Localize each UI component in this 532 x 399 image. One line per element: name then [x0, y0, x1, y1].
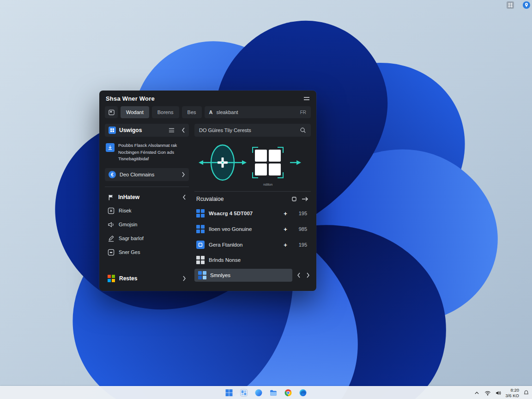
copilot-button[interactable]	[254, 388, 263, 397]
window-icon	[108, 109, 115, 116]
clock[interactable]: 8:20 3/6 KO	[505, 387, 519, 399]
add-button[interactable]: +	[282, 226, 289, 233]
folder-icon	[270, 389, 278, 397]
windows-start-icon	[225, 389, 233, 397]
row-label: Gera Ftanldon	[209, 242, 243, 248]
app-view-button[interactable]	[105, 106, 118, 118]
location-pin-icon[interactable]	[523, 1, 530, 9]
chevron-left-icon	[181, 127, 185, 133]
start-button[interactable]	[225, 388, 234, 397]
right-panel: DO Güires Tliy Cerests	[194, 124, 311, 285]
currency-action-label: Deo Clomnains	[120, 172, 154, 177]
clock-date: 3/6 KO	[505, 393, 519, 399]
left-panel: Uswigos Poubbs Flasck Alsolanmat	[105, 124, 189, 285]
row-value: 195	[293, 211, 307, 216]
edge-button[interactable]	[299, 388, 308, 397]
snap-grid	[255, 150, 281, 175]
display-row[interactable]: Wsacrg 4 5DT007 + 195	[194, 206, 311, 221]
search-icon	[300, 127, 306, 133]
search-input[interactable]: A sleakbant FR	[205, 106, 311, 118]
apps-icon	[109, 127, 116, 134]
list-title: Rcuvalaioe	[196, 196, 224, 202]
speaker-icon	[108, 221, 115, 228]
left-panel-title: Uswigos	[119, 127, 142, 133]
list-header: Rcuvalaioe	[194, 193, 311, 206]
chevron-left-icon[interactable]	[297, 272, 301, 278]
box-icon	[108, 249, 115, 256]
left-panel-header[interactable]: Uswigos	[105, 124, 189, 137]
row-value: 985	[293, 226, 307, 232]
currency-action-row[interactable]: € Deo Clomnains	[105, 168, 189, 181]
taskbar: 8:20 3/6 KO	[0, 386, 532, 399]
euro-icon: €	[109, 171, 116, 178]
pager	[297, 272, 311, 278]
chrome-button[interactable]	[284, 388, 293, 397]
square-icon[interactable]	[291, 196, 297, 202]
sidebar-item-sner-ges[interactable]: Sner Ges	[105, 245, 189, 259]
windows-logo-icon	[108, 275, 115, 282]
search-value: sleakbant	[217, 109, 238, 115]
sidebar-item-label: Sagr barlof	[119, 236, 144, 241]
add-button[interactable]: +	[282, 210, 289, 217]
selected-row[interactable]: Smnlyes	[194, 269, 292, 282]
sidebar-item-label: Sner Ges	[119, 249, 140, 255]
window-menu-button[interactable]	[303, 97, 310, 101]
description-text: Poubbs Flasck Alsolanmat rak Nocbingen F…	[118, 142, 188, 163]
language-a-icon: A	[209, 109, 213, 115]
arrow-right-icon[interactable]	[302, 196, 309, 202]
display-row[interactable]: Brlnds Nonse	[194, 253, 311, 267]
tray-chevron-up-icon[interactable]	[473, 389, 480, 396]
settings-footer-row[interactable]: Restes	[105, 272, 189, 285]
volume-icon[interactable]	[495, 389, 502, 396]
desktop-corner-icons	[507, 1, 530, 9]
nav-section-label: InHatew	[118, 194, 139, 200]
titlebar: Shsa Wner Wore	[99, 91, 316, 106]
arrow-right-icon	[296, 160, 301, 165]
nav-section-header[interactable]: InHatew	[105, 191, 189, 204]
layout-diagram: ndillon	[194, 139, 311, 190]
add-button[interactable]: +	[282, 242, 289, 248]
display-row[interactable]: Gera Ftanldon + 195	[194, 237, 311, 253]
filter-search-bar[interactable]: DO Güires Tliy Cerests	[194, 124, 311, 137]
tab-wodant[interactable]: Wodant	[121, 106, 149, 118]
chevron-left-icon	[182, 194, 186, 200]
app-window: Shsa Wner Wore Wodant Borens Bes A sleak…	[99, 91, 316, 291]
row-label: Brlnds Nonse	[209, 257, 241, 263]
widget-grid-icon[interactable]	[507, 1, 514, 9]
collapse-left-button[interactable]	[181, 127, 185, 133]
flag-icon	[108, 194, 115, 201]
left-divider	[105, 187, 189, 187]
tab-borens[interactable]: Borens	[152, 106, 179, 118]
window-body: Uswigos Poubbs Flasck Alsolanmat	[99, 118, 316, 291]
chevron-right-icon[interactable]	[306, 272, 310, 278]
mosaic-icon	[198, 271, 206, 279]
row-label: Smnlyes	[210, 272, 230, 278]
sidebar-item-label: Gmojsin	[119, 222, 137, 227]
widgets-button[interactable]	[240, 388, 248, 397]
selected-row-container: Smnlyes	[194, 268, 311, 282]
wifi-icon[interactable]	[484, 389, 491, 396]
chevron-right-icon	[182, 276, 186, 281]
panel-menu-button[interactable]	[169, 128, 175, 133]
chevron-right-icon	[181, 172, 185, 177]
sidebar-item-label: Risek	[119, 208, 132, 213]
description-block: Poubbs Flasck Alsolanmat rak Nocbingen F…	[105, 142, 189, 163]
download-icon	[106, 143, 115, 152]
diagram-caption: ndillon	[263, 183, 272, 186]
row-label: Iloen veo Gonuine	[209, 226, 252, 232]
sidebar-item-risek[interactable]: Risek	[105, 204, 189, 218]
tab-bes[interactable]: Bes	[182, 106, 202, 118]
blue-grid-icon	[196, 209, 205, 218]
system-tray: 8:20 3/6 KO	[473, 387, 530, 399]
sidebar-item-sagr-barlof[interactable]: Sagr barlof	[105, 231, 189, 245]
chrome-icon	[284, 389, 292, 397]
row-label: Wsacrg 4 5DT007	[209, 211, 253, 216]
file-explorer-button[interactable]	[269, 388, 278, 397]
hamburger-icon	[169, 128, 175, 133]
sidebar-item-gmojsin[interactable]: Gmojsin	[105, 218, 189, 231]
toolbar: Wodant Borens Bes A sleakbant FR	[105, 106, 311, 118]
notification-bell-icon[interactable]	[523, 389, 530, 396]
edge-icon	[299, 389, 307, 397]
widgets-icon	[240, 389, 248, 397]
display-row[interactable]: Iloen veo Gonuine + 985	[194, 221, 311, 237]
